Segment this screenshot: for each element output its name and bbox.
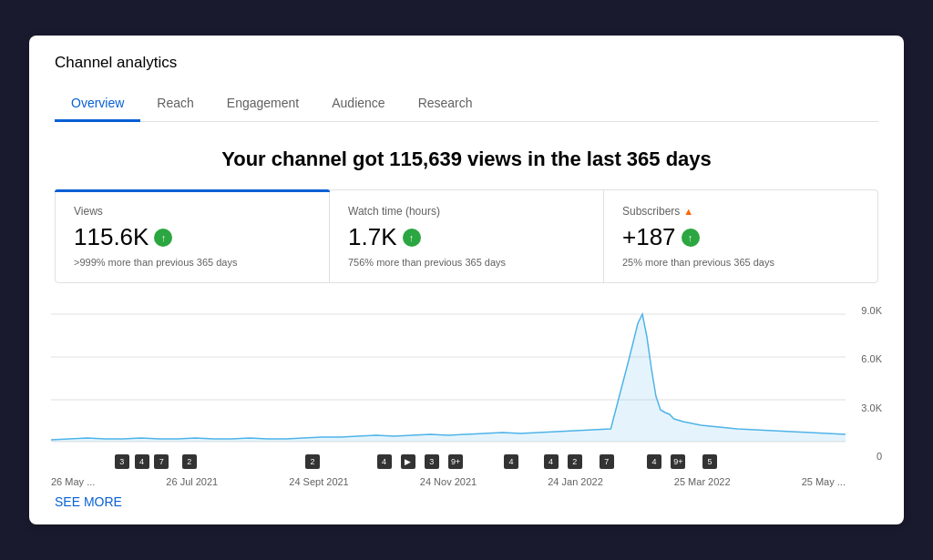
metric-subscribers-label: Subscribers ▲ [622,205,859,218]
video-marker[interactable]: 7 [154,454,169,469]
hero-text: Your channel got 115,639 views in the la… [55,148,878,171]
video-marker[interactable]: 9+ [448,454,463,469]
video-marker[interactable]: 5 [702,454,717,469]
watchtime-up-icon: ↑ [403,229,421,247]
video-marker[interactable]: 4 [504,454,518,469]
subscribers-up-icon: ↑ [682,229,700,247]
metrics-row: Views 115.6K ↑ >999% more than previous … [55,189,878,283]
metric-views-value: 115.6K ↑ [74,223,311,251]
chart-x-labels: 26 May ... 26 Jul 2021 24 Sept 2021 24 N… [51,476,846,487]
video-marker[interactable]: 9+ [671,454,685,469]
tab-research[interactable]: Research [402,87,489,122]
metric-watchtime: Watch time (hours) 1.7K ↑ 756% more than… [330,190,604,282]
video-marker[interactable]: 4 [544,454,559,469]
views-up-icon: ↑ [154,229,172,247]
chart-svg [51,305,846,451]
analytics-card: Channel analytics Overview Reach Engagem… [29,36,904,524]
video-marker[interactable]: 3 [425,454,439,469]
subscribers-warning-icon: ▲ [683,206,693,217]
metric-views-label: Views [74,205,311,218]
metric-watchtime-value: 1.7K ↑ [348,223,585,251]
chart-svg-wrap [51,305,846,454]
video-marker[interactable]: 7 [600,454,614,469]
tab-bar: Overview Reach Engagement Audience Resea… [55,87,878,122]
metric-subscribers-sub: 25% more than previous 365 days [622,257,859,268]
video-marker[interactable]: 4 [647,454,661,469]
video-marker[interactable]: 2 [568,454,582,469]
tab-engagement[interactable]: Engagement [210,87,315,122]
video-marker-play[interactable]: ▶ [401,454,415,469]
metric-subscribers-value: +187 ↑ [622,223,859,251]
chart-y-labels: 9.0K 6.0K 3.0K 0 [849,305,882,462]
chart-area: 3 4 7 2 2 4 ▶ 3 9+ 4 4 2 7 4 9+ 5 26 May… [51,305,882,487]
video-marker[interactable]: 3 [115,454,129,469]
video-marker[interactable]: 2 [182,454,197,469]
tab-reach[interactable]: Reach [140,87,210,122]
metric-views: Views 115.6K ↑ >999% more than previous … [56,190,330,282]
see-more-link[interactable]: SEE MORE [55,494,122,509]
svg-marker-4 [51,314,846,442]
video-markers-row: 3 4 7 2 2 4 ▶ 3 9+ 4 4 2 7 4 9+ 5 [51,454,846,473]
metric-watchtime-label: Watch time (hours) [348,205,585,218]
metric-watchtime-sub: 756% more than previous 365 days [348,257,585,268]
video-marker[interactable]: 4 [377,454,392,469]
metric-views-sub: >999% more than previous 365 days [74,257,311,268]
video-marker[interactable]: 2 [305,454,320,469]
tab-audience[interactable]: Audience [315,87,401,122]
video-marker[interactable]: 4 [135,454,149,469]
page-title: Channel analytics [55,54,878,72]
metric-subscribers: Subscribers ▲ +187 ↑ 25% more than previ… [604,190,877,282]
tab-overview[interactable]: Overview [55,87,140,122]
